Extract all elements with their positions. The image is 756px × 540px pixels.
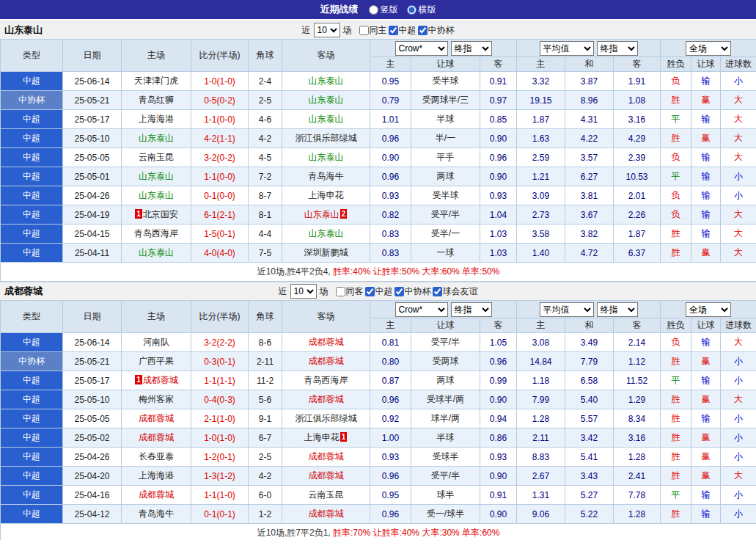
filter-checkbox-同主[interactable]: 同主 <box>359 24 387 37</box>
team-name[interactable]: 长春亚泰 <box>139 451 174 461</box>
team-name[interactable]: 天津津门虎 <box>134 76 178 86</box>
team-name[interactable]: 成都蓉城 <box>309 356 344 366</box>
team-name[interactable]: 山东泰山 <box>309 114 344 124</box>
avg-away-cell: 10.53 <box>614 167 661 186</box>
avg-away-cell: 1.28 <box>614 448 661 467</box>
team-name[interactable]: 云南玉昆 <box>309 489 344 500</box>
score-cell: 4-2(1-1) <box>191 129 249 148</box>
checkbox-icon[interactable] <box>365 287 375 296</box>
col-type: 类型 <box>1 40 63 72</box>
type-cell: 中超 <box>1 205 63 225</box>
team-name[interactable]: 梅州客家 <box>139 394 174 404</box>
team-name[interactable]: 成都蓉城 <box>309 470 344 481</box>
team-name[interactable]: 山东泰山 <box>139 133 174 143</box>
layout-radio-竖版[interactable]: 竖版 <box>369 4 398 16</box>
match-count-select[interactable]: 10 <box>314 23 340 37</box>
score-cell: 1-1(0-0) <box>191 167 249 186</box>
summary-segment: 胜率:40% <box>333 266 373 277</box>
team-name[interactable]: 成都蓉城 <box>309 394 344 404</box>
team-name[interactable]: 山东泰山2 <box>304 209 348 219</box>
team-name[interactable]: 青岛西海岸 <box>134 228 178 238</box>
team-name[interactable]: 深圳新鹏城 <box>304 247 348 258</box>
team-name[interactable]: 青岛红狮 <box>139 95 174 105</box>
avg-draw-cell: 5.22 <box>565 505 614 524</box>
odds-stage-select[interactable]: 终指 <box>451 41 492 56</box>
bookmaker-select[interactable]: Crow* <box>395 41 448 56</box>
team-name[interactable]: 成都蓉城 <box>139 489 174 500</box>
filter-checkbox-中超[interactable]: 中超 <box>365 285 393 298</box>
fulltime-select[interactable]: 全场 <box>686 41 731 56</box>
team-name[interactable]: 河南队 <box>143 337 169 347</box>
average-select[interactable]: 平均值 <box>540 302 594 317</box>
team-name[interactable]: 浙江俱乐部绿城 <box>296 133 357 143</box>
team-name[interactable]: 青岛海牛 <box>309 171 344 181</box>
team-name[interactable]: 山东泰山 <box>309 152 344 162</box>
layout-radio-横版[interactable]: 横版 <box>407 4 436 16</box>
team-name[interactable]: 上海申花 <box>309 190 344 200</box>
avg-stage-select[interactable]: 终指 <box>597 41 638 56</box>
radio-icon[interactable] <box>369 5 378 15</box>
matches-tbody-0: 中超25-06-14天津津门虎1-0(1-0)2-4山东泰山0.95受半球0.9… <box>1 72 756 263</box>
filter-checkbox-球会友谊[interactable]: 球会友谊 <box>433 285 478 298</box>
handicap-result-cell: 输 <box>691 72 721 91</box>
checkbox-icon[interactable] <box>336 287 345 296</box>
average-select[interactable]: 平均值 <box>540 41 594 56</box>
checkbox-icon[interactable] <box>394 287 404 296</box>
checkbox-icon[interactable] <box>418 26 427 35</box>
team-name[interactable]: 云南玉昆 <box>139 152 174 162</box>
team-name[interactable]: 山东泰山 <box>309 76 344 86</box>
match-row: 中超25-04-191北京国安6-1(2-1)8-1山东泰山20.82受平/半1… <box>1 205 756 225</box>
team-name[interactable]: 青岛西海岸 <box>304 375 348 385</box>
col-handicap-result: 让球 <box>691 318 721 333</box>
team-name[interactable]: 成都蓉城 <box>139 432 174 442</box>
avg-away-cell: 1.87 <box>614 225 661 244</box>
checkbox-icon[interactable] <box>359 26 369 35</box>
checkbox-icon[interactable] <box>433 287 442 296</box>
fulltime-select[interactable]: 全场 <box>686 302 731 317</box>
corners-cell: 8-6 <box>249 333 282 352</box>
team-name[interactable]: 成都蓉城 <box>139 413 174 423</box>
team-name[interactable]: 成都蓉城 <box>309 337 344 347</box>
team-name[interactable]: 山东泰山 <box>309 95 344 105</box>
col-avg-home: 主 <box>517 318 565 333</box>
handicap-result-cell: 输 <box>691 333 721 352</box>
filter-checkbox-中超[interactable]: 中超 <box>389 24 416 37</box>
bookmaker-select[interactable]: Crow* <box>395 302 448 317</box>
team-name[interactable]: 山东泰山 <box>139 171 174 181</box>
section-header: 山东泰山 近 10 场 同主中超中协杯 <box>0 21 756 39</box>
team-name[interactable]: 上海海港 <box>139 114 174 124</box>
page-title: 近期战绩 <box>320 3 359 16</box>
team-name[interactable]: 广西平果 <box>139 356 174 366</box>
avg-draw-cell: 3.81 <box>565 186 614 205</box>
handicap-cell: 平手 <box>411 148 480 167</box>
team-name[interactable]: 山东泰山 <box>309 228 344 238</box>
team-name[interactable]: 青岛海牛 <box>139 508 174 519</box>
odds-stage-select[interactable]: 终指 <box>451 302 492 317</box>
team-name[interactable]: 山东泰山 <box>139 247 174 258</box>
avg-draw-cell: 3.57 <box>565 148 614 167</box>
match-count-select[interactable]: 10 <box>290 284 317 299</box>
team-name[interactable]: 成都蓉城 <box>309 508 344 519</box>
result-cell: 胜 <box>661 505 691 524</box>
result-cell: 胜 <box>661 428 691 448</box>
checkbox-icon[interactable] <box>389 26 398 35</box>
team-name[interactable]: 浙江俱乐部绿城 <box>296 413 357 423</box>
team-name[interactable]: 山东泰山 <box>139 190 174 200</box>
home-odds-cell: 0.81 <box>370 333 411 352</box>
date-cell: 25-04-20 <box>63 467 122 486</box>
team-name[interactable]: 上海海港 <box>139 470 174 481</box>
team-name[interactable]: 1成都蓉城 <box>134 375 178 385</box>
team-name[interactable]: 成都蓉城 <box>309 451 344 461</box>
type-cell: 中超 <box>1 409 63 428</box>
avg-home-cell: 2.67 <box>517 467 565 486</box>
filter-checkbox-中协杯[interactable]: 中协杯 <box>418 24 455 37</box>
team-name[interactable]: 上海申花1 <box>304 432 348 442</box>
avg-draw-cell: 5.40 <box>565 390 614 409</box>
team-name[interactable]: 1北京国安 <box>134 209 178 219</box>
filter-checkbox-同客[interactable]: 同客 <box>336 285 364 298</box>
radio-icon[interactable] <box>407 5 416 15</box>
avg-away-cell: 4.29 <box>614 129 661 148</box>
filter-checkbox-中协杯[interactable]: 中协杯 <box>394 285 431 298</box>
avg-stage-select[interactable]: 终指 <box>597 302 638 317</box>
avg-away-cell: 1.91 <box>614 72 661 91</box>
